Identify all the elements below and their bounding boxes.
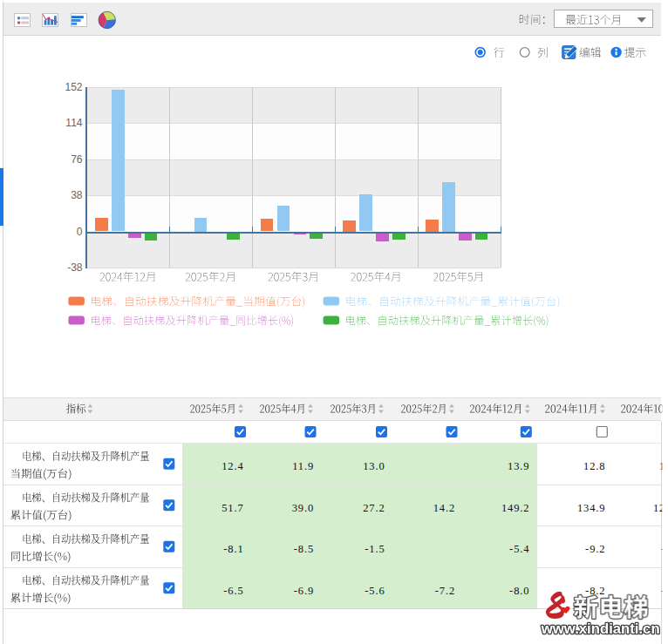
- svg-text:www.xindianti.cn: www.xindianti.cn: [541, 620, 660, 636]
